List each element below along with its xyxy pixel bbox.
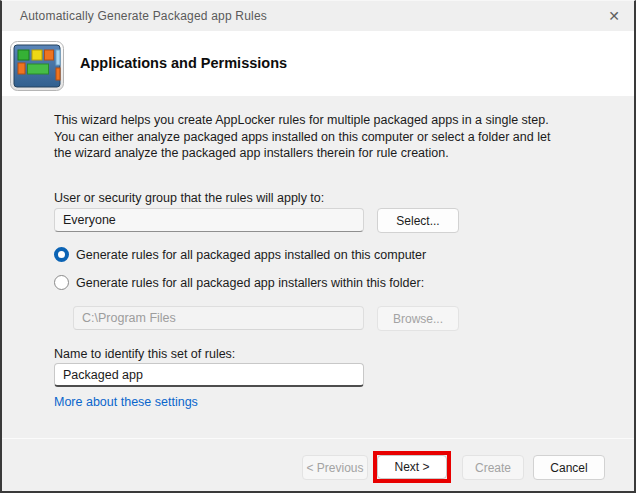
rule-name-field[interactable] [54, 363, 364, 387]
titlebar: Automatically Generate Packaged app Rule… [2, 1, 634, 31]
footer-divider [2, 438, 634, 439]
radio-installed-label[interactable]: Generate rules for all packaged apps ins… [76, 248, 426, 262]
intro-line: This wizard helps you create AppLocker r… [54, 112, 550, 129]
packaged-app-icon [10, 41, 64, 95]
intro-line: the wizard analyze the packaged app inst… [54, 145, 550, 162]
wizard-header: Applications and Permissions [2, 31, 634, 96]
page-title: Applications and Permissions [80, 55, 287, 71]
radio-folder[interactable] [54, 275, 69, 290]
intro-text: This wizard helps you create AppLocker r… [54, 112, 550, 162]
radio-folder-label[interactable]: Generate rules for all packaged app inst… [76, 276, 424, 290]
option-folder-row: Generate rules for all packaged app inst… [54, 275, 424, 290]
cancel-button[interactable]: Cancel [533, 455, 605, 480]
create-button: Create [462, 455, 524, 480]
select-button[interactable]: Select... [377, 208, 459, 233]
previous-button: < Previous [302, 455, 368, 480]
next-button[interactable]: Next > [377, 455, 447, 479]
option-installed-row: Generate rules for all packaged apps ins… [54, 247, 426, 262]
browse-button: Browse... [377, 306, 459, 331]
user-group-label: User or security group that the rules wi… [54, 191, 324, 205]
wizard-dialog: Automatically Generate Packaged app Rule… [0, 0, 636, 493]
more-about-settings-link[interactable]: More about these settings [54, 395, 198, 409]
intro-line: You can either analyze packaged apps ins… [54, 129, 550, 146]
window-title: Automatically Generate Packaged app Rule… [20, 1, 267, 31]
folder-path-field [73, 306, 364, 330]
close-icon[interactable]: ✕ [598, 1, 630, 31]
rule-name-label: Name to identify this set of rules: [54, 347, 235, 361]
radio-installed[interactable] [54, 247, 69, 262]
user-group-field[interactable] [54, 208, 364, 232]
